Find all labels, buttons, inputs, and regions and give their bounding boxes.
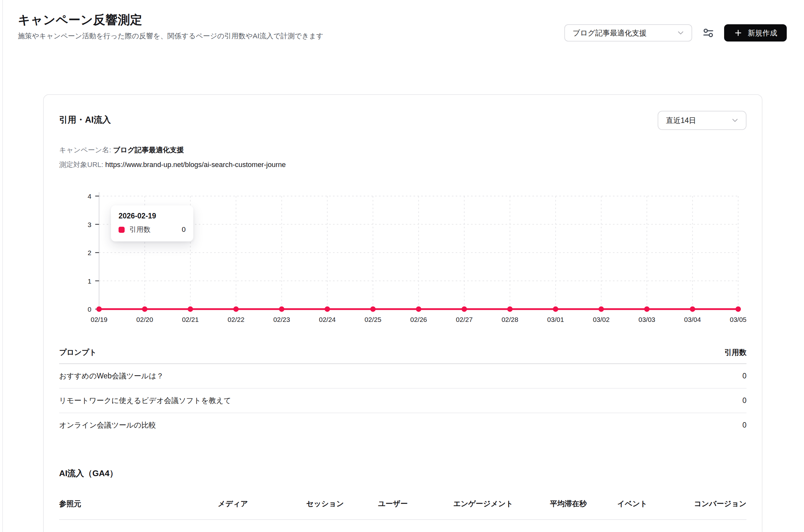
prompt-table-header: プロンプト 引用数 — [59, 341, 747, 364]
svg-text:1: 1 — [88, 278, 91, 285]
svg-text:03/02: 03/02 — [593, 316, 610, 323]
svg-text:02/24: 02/24 — [319, 316, 336, 323]
card-header: 引用・AI流入 直近14日 — [59, 111, 747, 130]
svg-text:02/26: 02/26 — [410, 316, 427, 323]
tooltip-date: 2026-02-19 — [118, 212, 186, 220]
page-subtitle: 施策やキャンペーン活動を行った際の反響を、関係するページの引用数やAI流入で計測… — [18, 31, 323, 41]
campaign-select-value: ブログ記事最適化支援 — [573, 28, 647, 38]
chevron-down-icon — [676, 28, 685, 37]
ga4-column-header: セッション — [248, 491, 344, 509]
ga4-column-header: 平均滞在秒 — [513, 491, 587, 509]
chevron-down-icon — [731, 116, 739, 125]
svg-text:02/25: 02/25 — [365, 316, 382, 323]
target-url-label: 測定対象URL: — [59, 160, 103, 169]
page-header-titles: キャンペーン反響測定 施策やキャンペーン活動を行った際の反響を、関係するページの… — [18, 12, 323, 41]
date-range-select[interactable]: 直近14日 — [658, 111, 747, 130]
svg-text:03/03: 03/03 — [638, 316, 655, 323]
citation-count-value: 0 — [742, 421, 747, 430]
prompt-table-row: リモートワークに使えるビデオ会議ソフトを教えて 0 — [59, 388, 747, 413]
create-new-button[interactable]: 新規作成 — [724, 24, 787, 41]
ga4-section-title: AI流入（GA4） — [59, 468, 747, 479]
svg-text:02/21: 02/21 — [182, 316, 199, 323]
svg-text:3: 3 — [88, 221, 91, 228]
svg-text:02/19: 02/19 — [91, 316, 108, 323]
series-color-swatch — [118, 227, 125, 233]
svg-text:0: 0 — [88, 306, 91, 313]
create-new-label: 新規作成 — [748, 28, 777, 38]
prompt-text: オンライン会議ツールの比較 — [59, 420, 156, 430]
filter-settings-button[interactable] — [700, 25, 716, 41]
prompt-text: おすすめのWeb会議ツールは？ — [59, 371, 164, 381]
tooltip-series-label: 引用数 — [129, 225, 150, 234]
prompt-table-row: オンライン会議ツールの比較 0 — [59, 413, 747, 437]
tooltip-series-value: 0 — [182, 225, 186, 234]
svg-text:2: 2 — [88, 249, 91, 256]
ga4-column-header: コンバージョン — [647, 491, 747, 509]
ga4-column-header: 参照元 — [59, 491, 194, 509]
svg-text:03/01: 03/01 — [547, 316, 564, 323]
svg-text:03/05: 03/05 — [730, 316, 746, 323]
prompt-table: プロンプト 引用数 おすすめのWeb会議ツールは？ 0 リモートワークに使えるビ… — [59, 341, 747, 437]
citation-count-value: 0 — [742, 372, 747, 380]
content-left-divider — [2, 0, 3, 532]
svg-text:02/23: 02/23 — [273, 316, 290, 323]
prompt-text: リモートワークに使えるビデオ会議ソフトを教えて — [59, 396, 231, 405]
prompt-column-header: プロンプト — [59, 347, 97, 357]
svg-text:02/27: 02/27 — [456, 316, 473, 323]
target-url-value: https://www.brand-up.net/blogs/ai-search… — [105, 160, 286, 169]
svg-text:02/22: 02/22 — [227, 316, 244, 323]
campaign-name-label: キャンペーン名: — [59, 146, 111, 154]
plus-icon — [734, 28, 743, 37]
ga4-table-header-row: 参照元メディアセッションユーザーエンゲージメント平均滞在秒イベントコンバージョン — [59, 491, 747, 520]
header-controls: ブログ記事最適化支援 新規作成 — [564, 24, 787, 41]
citation-count-column-header: 引用数 — [725, 347, 747, 357]
page-header: キャンペーン反響測定 施策やキャンペーン活動を行った際の反響を、関係するページの… — [0, 0, 804, 41]
campaign-name-value: ブログ記事最適化支援 — [113, 146, 184, 154]
citation-ai-inflow-card: 引用・AI流入 直近14日 キャンペーン名: ブログ記事最適化支援 測定対象UR… — [43, 94, 763, 532]
page-title: キャンペーン反響測定 — [18, 12, 323, 27]
ga4-column-header: メディア — [194, 491, 248, 509]
svg-text:02/20: 02/20 — [136, 316, 153, 323]
svg-text:03/04: 03/04 — [684, 316, 701, 323]
svg-text:4: 4 — [88, 193, 91, 200]
citation-chart-area: 0123402/1902/2002/2102/2202/2302/2402/25… — [59, 185, 747, 327]
sliders-horizontal-icon — [702, 26, 714, 39]
target-url-line: 測定対象URL: https://www.brand-up.net/blogs/… — [59, 157, 747, 172]
campaign-name-line: キャンペーン名: ブログ記事最適化支援 — [59, 143, 747, 157]
ga4-column-header: イベント — [587, 491, 647, 509]
tooltip-series-row: 引用数 0 — [118, 225, 186, 234]
prompt-table-row: おすすめのWeb会議ツールは？ 0 — [59, 364, 747, 388]
chart-tooltip: 2026-02-19 引用数 0 — [111, 205, 193, 242]
campaign-select[interactable]: ブログ記事最適化支援 — [564, 24, 692, 41]
campaign-meta: キャンペーン名: ブログ記事最適化支援 測定対象URL: https://www… — [59, 143, 747, 172]
date-range-value: 直近14日 — [666, 116, 696, 126]
card-title: 引用・AI流入 — [59, 111, 111, 126]
prompt-table-body: おすすめのWeb会議ツールは？ 0 リモートワークに使えるビデオ会議ソフトを教え… — [59, 364, 747, 437]
ga4-column-header: ユーザー — [344, 491, 408, 509]
svg-text:02/28: 02/28 — [501, 316, 518, 323]
ga4-column-header: エンゲージメント — [408, 491, 513, 509]
citation-count-value: 0 — [742, 396, 747, 405]
